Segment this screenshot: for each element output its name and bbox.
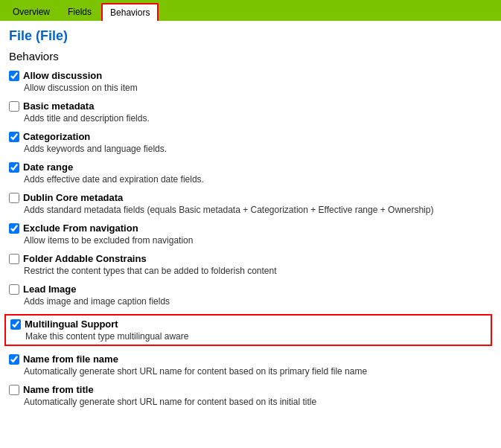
label-folder-addable: Folder Addable Constrains [23,253,147,264]
label-allow-discussion: Allow discussion [23,70,102,81]
desc-folder-addable: Restrict the content types that can be a… [9,266,492,276]
desc-categorization: Adds keywords and language fields. [9,144,492,154]
desc-basic-metadata: Adds title and description fields. [9,113,492,124]
desc-name-from-file: Automatically generate short URL name fo… [9,366,492,377]
label-dublin-core: Dublin Core metadata [23,192,123,203]
behavior-lead-image: Lead ImageAdds image and image caption f… [9,284,492,307]
page-title: File (File) [9,28,492,44]
behavior-basic-metadata: Basic metadataAdds title and description… [9,100,492,124]
desc-date-range: Adds effective date and expiration date … [9,174,492,185]
checkbox-date-range[interactable] [9,162,19,173]
behavior-categorization: CategorizationAdds keywords and language… [9,131,492,154]
behavior-multilingual-support: Multilingual SupportMake this content ty… [4,314,492,346]
label-name-from-file: Name from file name [23,353,118,365]
tab-fields[interactable]: Fields [60,3,100,21]
label-multilingual-support: Multilingual Support [25,319,118,330]
checkbox-dublin-core[interactable] [9,193,19,203]
checkbox-categorization[interactable] [9,132,19,142]
desc-multilingual-support: Make this content type multilingual awar… [10,331,486,342]
tab-behaviors[interactable]: Behaviors [101,3,159,21]
checkbox-allow-discussion[interactable] [9,71,19,81]
tab-overview[interactable]: Overview [4,3,58,21]
behavior-date-range: Date rangeAdds effective date and expira… [9,161,492,185]
behavior-folder-addable: Folder Addable ConstrainsRestrict the co… [9,253,492,276]
behavior-allow-discussion: Allow discussionAllow discussion on this… [9,70,492,93]
checkbox-name-from-title[interactable] [9,385,19,395]
desc-dublin-core: Adds standard metadata fields (equals Ba… [9,205,492,215]
label-categorization: Categorization [23,131,90,142]
checkbox-basic-metadata[interactable] [9,101,19,112]
behavior-name-from-title: Name from titleAutomatically generate sh… [9,384,492,407]
behavior-dublin-core: Dublin Core metadataAdds standard metada… [9,192,492,215]
label-name-from-title: Name from title [23,384,94,395]
checkbox-exclude-from-navigation[interactable] [9,223,19,234]
label-lead-image: Lead Image [23,284,77,295]
desc-allow-discussion: Allow discussion on this item [9,83,492,93]
checkbox-lead-image[interactable] [9,284,19,295]
label-exclude-from-navigation: Exclude From navigation [23,223,138,234]
checkbox-folder-addable[interactable] [9,254,19,264]
label-date-range: Date range [23,161,73,173]
behavior-exclude-from-navigation: Exclude From navigationAllow items to be… [9,223,492,246]
section-heading: Behaviors [9,50,492,63]
checkbox-name-from-file[interactable] [9,354,19,365]
behavior-name-from-file: Name from file nameAutomatically generat… [9,353,492,377]
desc-lead-image: Adds image and image caption fields [9,296,492,307]
desc-exclude-from-navigation: Allow items to be excluded from navigati… [9,235,492,246]
label-basic-metadata: Basic metadata [23,100,94,112]
tab-bar: Overview Fields Behaviors [0,0,501,21]
checkbox-multilingual-support[interactable] [10,319,21,330]
desc-name-from-title: Automatically generate short URL name fo… [9,397,492,407]
